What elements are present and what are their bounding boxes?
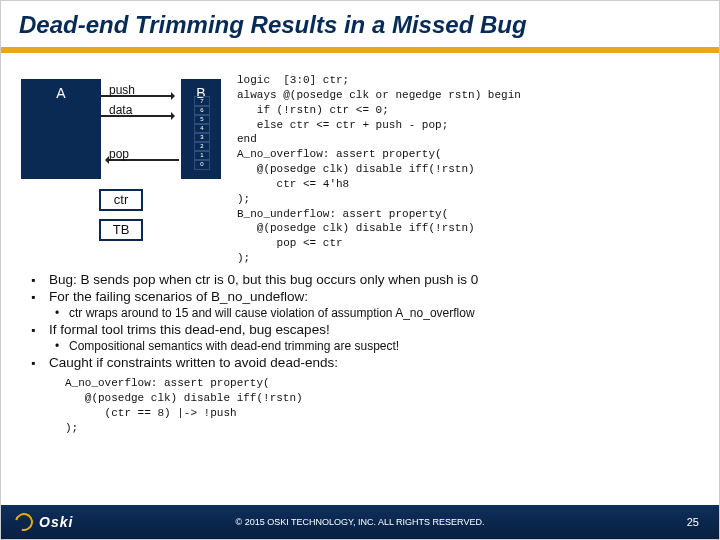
block-diagram: A B push data pop 7 6 5 4 3 2 1 0 c <box>21 73 231 263</box>
code-bottom: A_no_overflow: assert property( @(posedg… <box>65 376 699 435</box>
stack-cell: 7 <box>195 97 209 106</box>
content-area: A B push data pop 7 6 5 4 3 2 1 0 c <box>1 61 719 499</box>
page-number: 25 <box>687 516 699 528</box>
sub-bullet: ctr wraps around to 15 and will cause vi… <box>21 306 699 320</box>
upper-row: A B push data pop 7 6 5 4 3 2 1 0 c <box>21 73 699 266</box>
bullet: If formal tool trims this dead-end, bug … <box>21 322 699 337</box>
stack-cell: 4 <box>195 124 209 133</box>
label-data: data <box>109 103 132 117</box>
bullets: Bug: B sends pop when ctr is 0, but this… <box>21 272 699 370</box>
tb-box: TB <box>99 219 143 241</box>
ctr-box: ctr <box>99 189 143 211</box>
copyright: © 2015 OSKI TECHNOLOGY, INC. ALL RIGHTS … <box>1 517 719 527</box>
stack-cell: 6 <box>195 106 209 115</box>
sub-bullet: Compositional semantics with dead-end tr… <box>21 339 699 353</box>
bullet: Bug: B sends pop when ctr is 0, but this… <box>21 272 699 287</box>
block-a: A <box>21 79 101 179</box>
footer: Oski © 2015 OSKI TECHNOLOGY, INC. ALL RI… <box>1 505 719 539</box>
title-rule <box>1 47 719 53</box>
bullet: For the failing scenarios of B_no_undefl… <box>21 289 699 304</box>
slide-title: Dead-end Trimming Results in a Missed Bu… <box>1 1 719 47</box>
stack-cell: 5 <box>195 115 209 124</box>
label-pop: pop <box>109 147 129 161</box>
fifo-stack: 7 6 5 4 3 2 1 0 <box>195 97 209 169</box>
stack-cell: 2 <box>195 142 209 151</box>
bullet: Caught if constraints written to avoid d… <box>21 355 699 370</box>
stack-cell: 3 <box>195 133 209 142</box>
code-main: logic [3:0] ctr; always @(posedge clk or… <box>237 73 699 266</box>
slide: Dead-end Trimming Results in a Missed Bu… <box>0 0 720 540</box>
label-push: push <box>109 83 135 97</box>
stack-cell: 1 <box>195 151 209 160</box>
stack-cell: 0 <box>195 160 209 169</box>
